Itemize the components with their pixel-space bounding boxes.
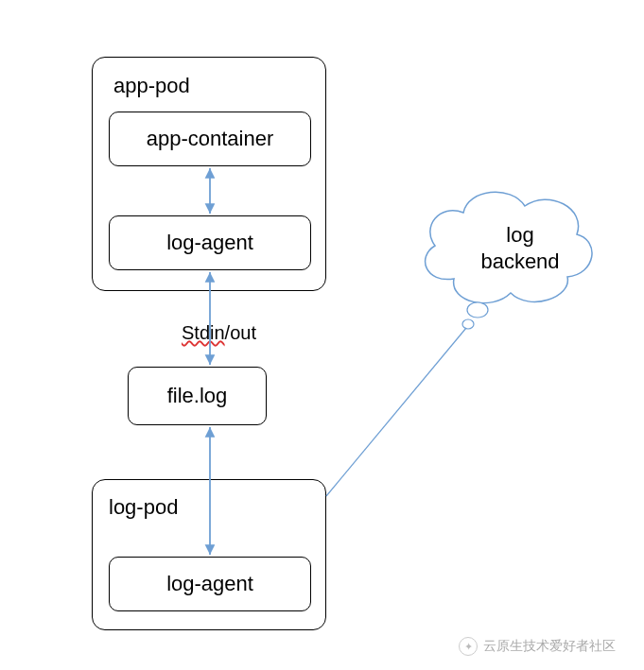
watermark-text: 云原生技术爱好者社区	[483, 638, 616, 655]
stdin-text: Stdin	[182, 322, 225, 343]
svg-point-0	[467, 302, 488, 318]
log-backend-label: log backend	[473, 222, 567, 274]
log-pod-log-agent-label: log-agent	[166, 572, 253, 596]
app-container-label: app-container	[147, 127, 274, 151]
wechat-icon: ✦	[459, 637, 478, 656]
line-logpod-backend	[326, 328, 466, 496]
file-log-label: file.log	[167, 384, 228, 408]
app-pod-log-agent-label: log-agent	[166, 231, 253, 255]
log-pod-title: log-pod	[109, 495, 178, 520]
app-pod-log-agent: log-agent	[109, 215, 311, 270]
app-pod-title: app-pod	[113, 74, 190, 98]
backend-line2: backend	[480, 249, 559, 273]
stdin-out-label: Stdin/out	[182, 322, 256, 344]
svg-point-1	[462, 319, 474, 329]
app-container: app-container	[109, 112, 311, 166]
file-log: file.log	[128, 367, 267, 425]
backend-line1: log	[506, 223, 533, 247]
log-pod-log-agent: log-agent	[109, 557, 311, 611]
watermark: ✦ 云原生技术爱好者社区	[459, 637, 616, 656]
out-text: /out	[225, 322, 256, 343]
